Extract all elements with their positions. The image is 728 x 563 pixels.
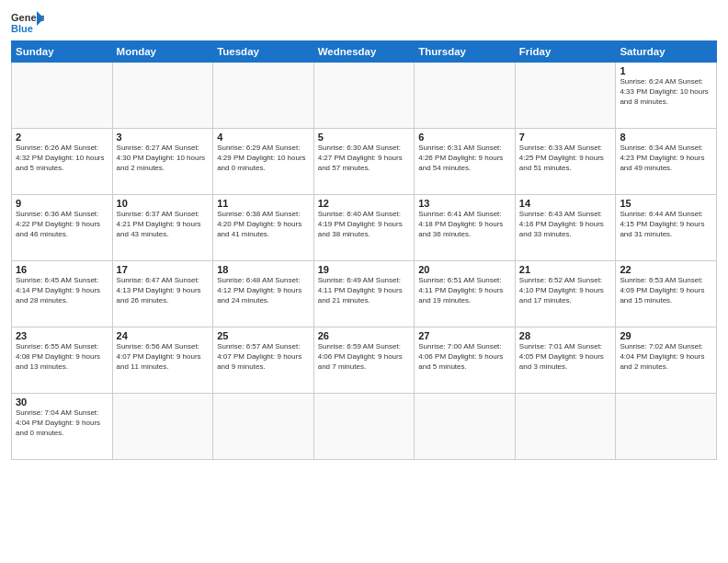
- day-number: 24: [117, 330, 210, 341]
- day-number: 30: [16, 396, 108, 408]
- generalblue-logo-icon: General Blue: [11, 9, 44, 35]
- day-info: Sunrise: 6:45 AM Sunset: 4:14 PM Dayligh…: [16, 276, 108, 305]
- day-number: 3: [117, 132, 210, 143]
- calendar-cell: 28Sunrise: 7:01 AM Sunset: 4:05 PM Dayli…: [515, 327, 616, 394]
- calendar-cell: 9Sunrise: 6:36 AM Sunset: 4:22 PM Daylig…: [12, 195, 113, 261]
- calendar-cell: 11Sunrise: 6:38 AM Sunset: 4:20 PM Dayli…: [213, 195, 314, 261]
- day-number: 27: [418, 330, 511, 341]
- day-number: 6: [418, 132, 511, 143]
- day-info: Sunrise: 6:26 AM Sunset: 4:32 PM Dayligh…: [16, 144, 108, 173]
- calendar-cell: [415, 63, 516, 129]
- day-number: 14: [519, 198, 612, 209]
- day-number: 23: [16, 330, 108, 341]
- day-number: 5: [318, 132, 411, 143]
- calendar-cell: [415, 394, 516, 460]
- calendar-body: 1Sunrise: 6:24 AM Sunset: 4:33 PM Daylig…: [12, 63, 717, 460]
- calendar-cell: 16Sunrise: 6:45 AM Sunset: 4:14 PM Dayli…: [12, 261, 113, 327]
- calendar-header: SundayMondayTuesdayWednesdayThursdayFrid…: [12, 41, 717, 63]
- calendar-week-2: 9Sunrise: 6:36 AM Sunset: 4:22 PM Daylig…: [12, 195, 717, 261]
- day-number: 10: [117, 198, 210, 209]
- day-number: 9: [16, 198, 108, 209]
- calendar-table: SundayMondayTuesdayWednesdayThursdayFrid…: [11, 40, 717, 460]
- calendar-week-4: 23Sunrise: 6:55 AM Sunset: 4:08 PM Dayli…: [12, 327, 717, 394]
- day-number: 28: [519, 330, 612, 341]
- calendar-cell: 18Sunrise: 6:48 AM Sunset: 4:12 PM Dayli…: [213, 261, 314, 327]
- calendar-cell: 4Sunrise: 6:29 AM Sunset: 4:29 PM Daylig…: [213, 129, 314, 195]
- day-info: Sunrise: 6:43 AM Sunset: 4:16 PM Dayligh…: [519, 210, 612, 239]
- calendar-cell: 8Sunrise: 6:34 AM Sunset: 4:23 PM Daylig…: [616, 129, 717, 195]
- calendar-cell: 7Sunrise: 6:33 AM Sunset: 4:25 PM Daylig…: [515, 129, 616, 195]
- calendar-cell: [12, 63, 113, 129]
- calendar-cell: [515, 63, 616, 129]
- day-number: 12: [318, 198, 411, 209]
- weekday-header-tuesday: Tuesday: [213, 41, 314, 63]
- calendar-cell: [313, 394, 415, 460]
- day-number: 2: [16, 132, 108, 143]
- day-info: Sunrise: 7:04 AM Sunset: 4:04 PM Dayligh…: [16, 408, 108, 438]
- day-info: Sunrise: 6:49 AM Sunset: 4:11 PM Dayligh…: [318, 276, 411, 305]
- calendar-week-1: 2Sunrise: 6:26 AM Sunset: 4:32 PM Daylig…: [12, 129, 717, 195]
- day-number: 13: [418, 198, 511, 209]
- day-info: Sunrise: 6:44 AM Sunset: 4:15 PM Dayligh…: [620, 210, 712, 239]
- weekday-header-row: SundayMondayTuesdayWednesdayThursdayFrid…: [12, 41, 717, 63]
- day-info: Sunrise: 6:29 AM Sunset: 4:29 PM Dayligh…: [217, 144, 310, 173]
- calendar-cell: 26Sunrise: 6:59 AM Sunset: 4:06 PM Dayli…: [313, 327, 415, 394]
- day-number: 26: [318, 330, 411, 341]
- calendar-cell: 2Sunrise: 6:26 AM Sunset: 4:32 PM Daylig…: [12, 129, 113, 195]
- calendar-cell: 29Sunrise: 7:02 AM Sunset: 4:04 PM Dayli…: [616, 327, 717, 394]
- day-number: 11: [217, 198, 310, 209]
- page: General Blue SundayMondayTuesdayWednesda…: [0, 0, 728, 563]
- day-info: Sunrise: 6:56 AM Sunset: 4:07 PM Dayligh…: [117, 342, 210, 372]
- calendar-cell: [313, 63, 415, 129]
- calendar-cell: 5Sunrise: 6:30 AM Sunset: 4:27 PM Daylig…: [313, 129, 415, 195]
- day-info: Sunrise: 6:27 AM Sunset: 4:30 PM Dayligh…: [117, 144, 210, 173]
- calendar-week-3: 16Sunrise: 6:45 AM Sunset: 4:14 PM Dayli…: [12, 261, 717, 327]
- calendar-cell: 10Sunrise: 6:37 AM Sunset: 4:21 PM Dayli…: [112, 195, 213, 261]
- day-info: Sunrise: 6:51 AM Sunset: 4:11 PM Dayligh…: [418, 276, 511, 305]
- day-info: Sunrise: 6:48 AM Sunset: 4:12 PM Dayligh…: [217, 276, 310, 305]
- day-info: Sunrise: 6:40 AM Sunset: 4:19 PM Dayligh…: [318, 210, 411, 239]
- header: General Blue: [11, 9, 717, 35]
- calendar-cell: 13Sunrise: 6:41 AM Sunset: 4:18 PM Dayli…: [415, 195, 516, 261]
- weekday-header-saturday: Saturday: [616, 41, 717, 63]
- calendar-cell: 12Sunrise: 6:40 AM Sunset: 4:19 PM Dayli…: [313, 195, 415, 261]
- calendar-week-0: 1Sunrise: 6:24 AM Sunset: 4:33 PM Daylig…: [12, 63, 717, 129]
- calendar-cell: 27Sunrise: 7:00 AM Sunset: 4:06 PM Dayli…: [415, 327, 516, 394]
- calendar-cell: 24Sunrise: 6:56 AM Sunset: 4:07 PM Dayli…: [112, 327, 213, 394]
- day-info: Sunrise: 6:47 AM Sunset: 4:13 PM Dayligh…: [117, 276, 210, 305]
- calendar-cell: [616, 394, 717, 460]
- day-info: Sunrise: 7:02 AM Sunset: 4:04 PM Dayligh…: [620, 342, 712, 372]
- calendar-cell: [112, 63, 213, 129]
- day-info: Sunrise: 7:01 AM Sunset: 4:05 PM Dayligh…: [519, 342, 612, 372]
- day-info: Sunrise: 6:57 AM Sunset: 4:07 PM Dayligh…: [217, 342, 310, 372]
- day-info: Sunrise: 6:33 AM Sunset: 4:25 PM Dayligh…: [519, 144, 612, 173]
- day-info: Sunrise: 6:52 AM Sunset: 4:10 PM Dayligh…: [519, 276, 612, 305]
- calendar-cell: 3Sunrise: 6:27 AM Sunset: 4:30 PM Daylig…: [112, 129, 213, 195]
- day-info: Sunrise: 6:53 AM Sunset: 4:09 PM Dayligh…: [620, 276, 712, 305]
- day-number: 25: [217, 330, 310, 341]
- calendar-cell: [112, 394, 213, 460]
- day-number: 29: [620, 330, 712, 341]
- weekday-header-wednesday: Wednesday: [313, 41, 415, 63]
- calendar-cell: 6Sunrise: 6:31 AM Sunset: 4:26 PM Daylig…: [415, 129, 516, 195]
- day-info: Sunrise: 6:34 AM Sunset: 4:23 PM Dayligh…: [620, 144, 712, 173]
- day-info: Sunrise: 6:37 AM Sunset: 4:21 PM Dayligh…: [117, 210, 210, 239]
- day-number: 15: [620, 198, 712, 209]
- day-number: 8: [620, 132, 712, 143]
- day-info: Sunrise: 6:59 AM Sunset: 4:06 PM Dayligh…: [318, 342, 411, 372]
- calendar-cell: 30Sunrise: 7:04 AM Sunset: 4:04 PM Dayli…: [12, 394, 113, 460]
- calendar-cell: 15Sunrise: 6:44 AM Sunset: 4:15 PM Dayli…: [616, 195, 717, 261]
- weekday-header-monday: Monday: [112, 41, 213, 63]
- calendar-cell: 14Sunrise: 6:43 AM Sunset: 4:16 PM Dayli…: [515, 195, 616, 261]
- day-number: 22: [620, 264, 712, 275]
- calendar-cell: [515, 394, 616, 460]
- weekday-header-friday: Friday: [515, 41, 616, 63]
- day-number: 1: [620, 65, 712, 76]
- day-info: Sunrise: 6:55 AM Sunset: 4:08 PM Dayligh…: [16, 342, 108, 372]
- calendar-week-5: 30Sunrise: 7:04 AM Sunset: 4:04 PM Dayli…: [12, 394, 717, 460]
- day-number: 17: [117, 264, 210, 275]
- calendar-cell: 21Sunrise: 6:52 AM Sunset: 4:10 PM Dayli…: [515, 261, 616, 327]
- day-info: Sunrise: 6:31 AM Sunset: 4:26 PM Dayligh…: [418, 144, 511, 173]
- day-info: Sunrise: 7:00 AM Sunset: 4:06 PM Dayligh…: [418, 342, 511, 372]
- logo: General Blue: [11, 9, 44, 35]
